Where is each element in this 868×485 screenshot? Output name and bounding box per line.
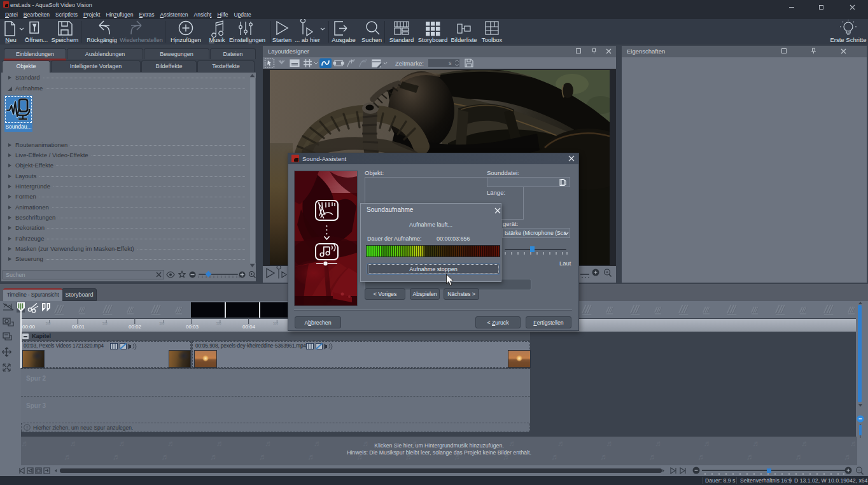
svg-text:500: 500 <box>273 322 278 325</box>
svg-text:500: 500 <box>216 322 221 325</box>
svg-text:500: 500 <box>46 322 51 325</box>
svg-text:500: 500 <box>102 322 108 325</box>
svg-text:500: 500 <box>160 322 165 325</box>
